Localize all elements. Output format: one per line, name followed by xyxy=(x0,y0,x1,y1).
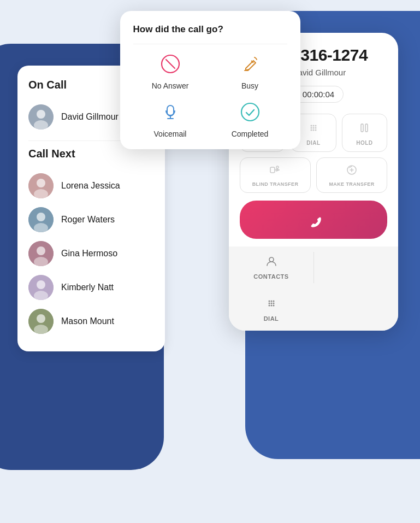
make-transfer-label: MAKE TRANSFER xyxy=(329,181,374,187)
dial-nav-label: DIAL xyxy=(264,315,279,322)
svg-point-38 xyxy=(270,301,272,302)
nav-divider xyxy=(313,252,314,283)
busy-label: Busy xyxy=(241,81,258,90)
make-transfer-icon xyxy=(346,164,357,178)
call-result-popup: How did the call go? No Answer xyxy=(120,11,300,149)
svg-point-51 xyxy=(241,103,259,121)
svg-point-1 xyxy=(37,110,45,119)
transfer-buttons: BLIND TRANSFER MAKE TRANSFER xyxy=(240,157,387,193)
completed-label: Completed xyxy=(232,130,269,138)
dial-label: DIAL xyxy=(306,140,320,146)
avatar-lorena xyxy=(28,173,54,198)
avatar-kimberly xyxy=(28,275,54,300)
make-transfer-button[interactable]: MAKE TRANSFER xyxy=(316,157,387,193)
avatar-img-roger xyxy=(28,207,54,232)
no-answer-label: No Answer xyxy=(152,81,189,90)
avatar-img-mason xyxy=(28,309,54,334)
svg-point-24 xyxy=(310,127,312,129)
hold-label: HOLD xyxy=(356,140,372,146)
contacts-icon xyxy=(265,255,277,270)
completed-icon xyxy=(239,101,261,125)
contact-name-david: David Gillmour xyxy=(61,112,119,122)
svg-point-40 xyxy=(268,303,270,304)
svg-point-36 xyxy=(269,257,274,262)
contact-name-lorena: Lorena Jessica xyxy=(61,181,120,191)
dial-nav-icon xyxy=(265,297,277,312)
contacts-nav-item[interactable]: CONTACTS xyxy=(229,246,313,289)
svg-point-42 xyxy=(273,303,274,304)
avatar-mason xyxy=(28,309,54,334)
blind-transfer-button[interactable]: BLIND TRANSFER xyxy=(240,157,311,193)
contact-name-roger: Roger Waters xyxy=(61,215,115,225)
dial-icon xyxy=(307,122,320,137)
list-item-lorena[interactable]: Lorena Jessica xyxy=(28,169,154,203)
avatar-img-kimberly xyxy=(28,275,54,300)
svg-point-27 xyxy=(310,130,312,131)
svg-point-25 xyxy=(312,127,314,129)
svg-point-16 xyxy=(37,314,45,323)
voicemail-label: Voicemail xyxy=(154,130,187,138)
svg-point-26 xyxy=(315,127,316,129)
contact-name-kimberly: Kimberly Natt xyxy=(61,283,114,292)
svg-point-43 xyxy=(268,305,270,307)
list-item-roger[interactable]: Roger Waters xyxy=(28,203,154,237)
hold-button[interactable]: HOLD xyxy=(342,114,387,152)
svg-point-28 xyxy=(312,130,314,131)
svg-point-37 xyxy=(268,301,270,302)
busy-icon xyxy=(239,53,261,77)
svg-point-45 xyxy=(273,305,274,307)
contacts-nav-label: CONTACTS xyxy=(253,273,288,280)
result-busy[interactable]: Busy xyxy=(213,53,287,90)
timer-value: 00:00:04 xyxy=(303,90,334,99)
list-item-kimberly[interactable]: Kimberly Natt xyxy=(28,271,154,304)
svg-point-39 xyxy=(273,301,274,302)
svg-rect-30 xyxy=(361,124,363,132)
contact-name-mason: Mason Mount xyxy=(61,316,114,326)
svg-point-7 xyxy=(37,213,45,221)
blind-transfer-icon xyxy=(270,164,281,178)
result-voicemail[interactable]: Voicemail xyxy=(133,101,208,138)
svg-point-22 xyxy=(312,125,314,127)
avatar-gina xyxy=(28,241,54,266)
voicemail-icon xyxy=(159,101,181,125)
svg-point-10 xyxy=(37,246,45,255)
avatar-img-gina xyxy=(28,241,54,266)
bottom-nav: CONTACTS DIAL xyxy=(229,246,398,331)
hold-icon xyxy=(358,122,370,137)
svg-point-23 xyxy=(315,125,316,127)
svg-point-41 xyxy=(270,303,272,304)
svg-point-29 xyxy=(315,130,316,131)
list-item-gina[interactable]: Gina Hermoso xyxy=(28,237,154,271)
dial-nav-item[interactable]: DIAL xyxy=(229,289,313,331)
svg-rect-31 xyxy=(365,124,368,132)
popup-divider xyxy=(133,44,287,44)
avatar-roger xyxy=(28,207,54,232)
list-item-mason[interactable]: Mason Mount xyxy=(28,304,154,338)
svg-rect-32 xyxy=(270,167,275,173)
svg-point-4 xyxy=(37,179,45,187)
call-next-title: Call Next xyxy=(28,148,154,160)
avatar-img-lorena xyxy=(28,173,54,198)
hangup-button[interactable] xyxy=(240,201,387,239)
svg-point-13 xyxy=(37,280,45,289)
svg-line-47 xyxy=(166,60,175,68)
avatar-img-david xyxy=(28,104,54,130)
svg-point-44 xyxy=(270,305,272,307)
svg-point-34 xyxy=(276,166,279,168)
result-grid: No Answer Busy xyxy=(133,53,287,138)
blind-transfer-label: BLIND TRANSFER xyxy=(252,181,299,187)
result-completed[interactable]: Completed xyxy=(213,101,287,138)
contact-name-gina: Gina Hermoso xyxy=(61,249,117,258)
hangup-icon xyxy=(301,208,326,232)
avatar-david xyxy=(28,104,54,130)
popup-title: How did the call go? xyxy=(133,24,287,35)
no-answer-icon xyxy=(159,53,181,77)
caller-name: David Gillmour xyxy=(292,68,346,77)
svg-point-21 xyxy=(310,125,312,127)
result-no-answer[interactable]: No Answer xyxy=(133,53,208,90)
